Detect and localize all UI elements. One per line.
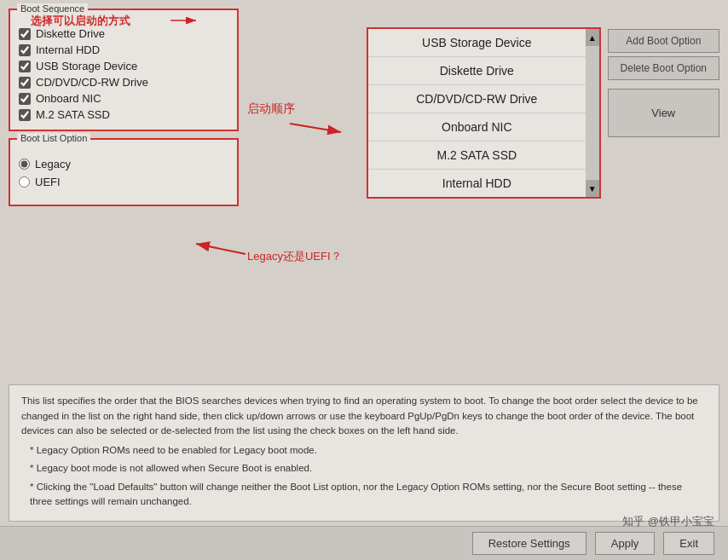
description-bullet-3: Clicking the "Load Defaults" button will…	[21, 480, 707, 510]
description-main: This list specifies the order that the B…	[21, 394, 707, 438]
restore-settings-button[interactable]: Restore Settings	[472, 532, 586, 555]
boot-label-nic: Onboard NIC	[36, 92, 101, 105]
boot-sequence-title: Boot Sequence	[17, 3, 88, 14]
description-bullet-2: Legacy boot mode is not allowed when Sec…	[21, 461, 707, 476]
boot-list-title: Boot List Option	[17, 133, 90, 143]
view-button[interactable]: View	[608, 89, 719, 137]
boot-label-diskette: Diskette Drive	[36, 27, 105, 40]
boot-order-list-wrapper: USB Storage Device Diskette Drive CD/DVD…	[367, 27, 601, 199]
boot-sequence-box: Boot Sequence Diskette Drive Internal HD…	[9, 9, 239, 131]
boot-label-cddvd: CD/DVD/CD-RW Drive	[36, 76, 148, 89]
radio-uefi: UEFI	[19, 173, 228, 191]
boot-checkbox-usb[interactable]	[19, 61, 31, 72]
delete-boot-option-button[interactable]: Delete Boot Option	[608, 56, 719, 80]
boot-item-nic: Onboard NIC	[19, 90, 228, 107]
description-area: This list specifies the order that the B…	[9, 384, 719, 522]
top-section: Boot Sequence Diskette Drive Internal HD…	[0, 0, 728, 384]
main-container: 选择可以启动的方式 选择可以启动的方式 启动顺序 Legacy还是UEFI？ B…	[0, 0, 728, 560]
boot-item-cddvd: CD/DVD/CD-RW Drive	[19, 74, 228, 90]
description-bullet-1: Legacy Option ROMs need to be enabled fo…	[21, 443, 707, 458]
radio-uefi-label: UEFI	[35, 176, 61, 188]
boot-order-item-diskette[interactable]: Diskette Drive	[368, 57, 586, 85]
boot-order-section: USB Storage Device Diskette Drive CD/DVD…	[367, 27, 719, 199]
boot-label-usb: USB Storage Device	[36, 60, 137, 72]
watermark: 知乎 @铁甲小宝宝	[622, 514, 714, 529]
action-buttons-column: Add Boot Option Delete Boot Option View	[608, 27, 719, 199]
boot-checkbox-diskette[interactable]	[19, 28, 31, 40]
boot-label-ssd: M.2 SATA SSD	[36, 108, 110, 121]
boot-item-hdd: Internal HDD	[19, 42, 228, 58]
middle-spacer	[247, 9, 358, 380]
boot-checkbox-cddvd[interactable]	[19, 77, 31, 89]
add-boot-option-button[interactable]: Add Boot Option	[608, 29, 719, 53]
radio-legacy-input[interactable]	[19, 159, 30, 170]
boot-order-item-usb[interactable]: USB Storage Device	[368, 29, 586, 57]
apply-button[interactable]: Apply	[595, 532, 656, 555]
exit-button[interactable]: Exit	[663, 532, 714, 555]
boot-checkbox-ssd[interactable]	[19, 109, 31, 121]
right-panel: USB Storage Device Diskette Drive CD/DVD…	[367, 9, 719, 380]
boot-checkbox-hdd[interactable]	[19, 44, 31, 56]
scroll-up-button[interactable]: ▲	[586, 29, 599, 46]
radio-legacy: Legacy	[19, 155, 228, 173]
bottom-bar: Restore Settings Apply Exit	[0, 526, 728, 560]
radio-legacy-label: Legacy	[35, 158, 71, 170]
boot-item-ssd: M.2 SATA SSD	[19, 107, 228, 123]
boot-order-list: USB Storage Device Diskette Drive CD/DVD…	[368, 29, 586, 197]
boot-item-usb: USB Storage Device	[19, 58, 228, 74]
boot-item-diskette: Diskette Drive	[19, 26, 228, 42]
scrollbar: ▲ ▼	[586, 29, 599, 197]
scroll-down-button[interactable]: ▼	[586, 180, 599, 197]
boot-order-item-nic[interactable]: Onboard NIC	[368, 113, 586, 141]
boot-order-item-cddvd[interactable]: CD/DVD/CD-RW Drive	[368, 85, 586, 113]
description-bullets: Legacy Option ROMs need to be enabled fo…	[21, 443, 707, 509]
left-panel: Boot Sequence Diskette Drive Internal HD…	[9, 9, 239, 380]
boot-label-hdd: Internal HDD	[36, 43, 100, 56]
boot-order-item-ssd[interactable]: M.2 SATA SSD	[368, 141, 586, 170]
boot-order-item-hdd[interactable]: Internal HDD	[368, 170, 586, 197]
boot-list-box: Boot List Option Legacy UEFI	[9, 138, 239, 206]
radio-uefi-input[interactable]	[19, 176, 30, 188]
boot-checkbox-nic[interactable]	[19, 93, 31, 105]
